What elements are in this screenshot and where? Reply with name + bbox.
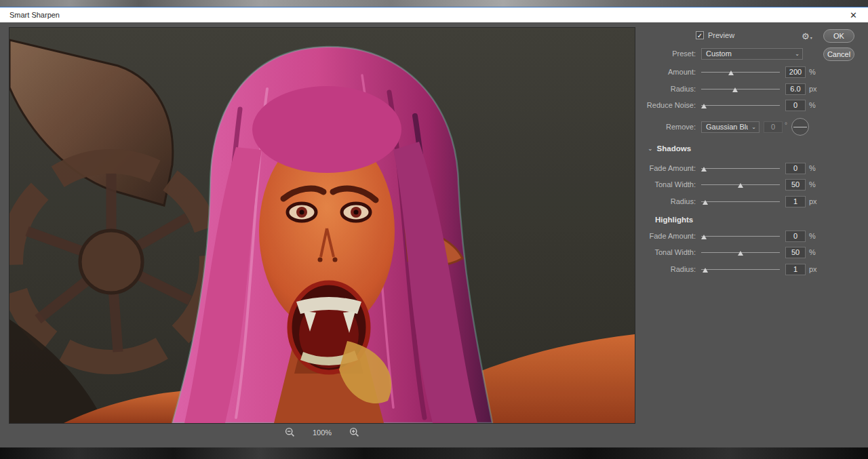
slider-thumb[interactable] (732, 87, 738, 92)
shadows-tonal-width-unit: % (809, 180, 816, 188)
preset-row: Preset: Custom ⌄ (644, 47, 803, 60)
slider-thumb[interactable] (701, 235, 707, 239)
shadows-fade-amount-row: Fade Amount: % (644, 162, 816, 174)
reduce-noise-slider[interactable] (701, 100, 780, 110)
radius-row: Radius: px (644, 83, 817, 95)
radius-unit: px (809, 85, 817, 93)
remove-dropdown[interactable]: Gaussian Blur ⌄ (701, 121, 760, 133)
shadows-tonal-width-slider[interactable] (701, 180, 780, 189)
radius-input[interactable] (785, 83, 806, 95)
zoom-level: 100% (313, 428, 332, 437)
highlights-radius-row: Radius: px (644, 263, 817, 275)
slider-thumb[interactable] (738, 251, 743, 256)
gear-glyph: ⚙ (802, 31, 810, 41)
shadows-radius-slider[interactable] (701, 197, 780, 206)
chevron-down-icon: ⌄ (751, 124, 756, 130)
amount-unit: % (809, 68, 816, 76)
preview-checkbox-label[interactable]: Preview (708, 31, 734, 39)
radius-slider[interactable] (701, 84, 780, 94)
angle-input[interactable] (764, 121, 783, 133)
dialog-title: Smart Sharpen (9, 11, 846, 19)
highlights-radius-slider[interactable] (701, 264, 780, 274)
zoom-out-icon[interactable] (285, 427, 295, 437)
highlights-title: Highlights (655, 216, 693, 224)
highlights-fade-amount-input[interactable] (785, 231, 806, 242)
slider-thumb[interactable] (738, 183, 743, 188)
slider-thumb[interactable] (703, 200, 708, 205)
preset-value: Custom (706, 49, 791, 58)
reduce-noise-row: Reduce Noise: % (644, 99, 816, 111)
shadows-tonal-width-row: Tonal Width: % (644, 178, 816, 191)
slider-thumb[interactable] (703, 268, 708, 273)
zoom-in-icon[interactable] (349, 427, 359, 437)
shadows-title: Shadows (657, 144, 691, 153)
slider-thumb[interactable] (728, 71, 734, 75)
reduce-noise-label: Reduce Noise: (644, 101, 696, 109)
dialog-body: 100% ✓ Preview ⚙ ▾ OK Cancel (0, 22, 868, 447)
highlights-fade-amount-label: Fade Amount: (644, 232, 696, 240)
highlights-radius-label: Radius: (644, 265, 696, 273)
shadows-fade-amount-input[interactable] (785, 163, 806, 174)
highlights-fade-amount-unit: % (809, 232, 816, 240)
reduce-noise-input[interactable] (785, 100, 806, 111)
shadows-header[interactable]: ⌄ Shadows (648, 144, 691, 153)
close-icon[interactable]: ✕ (846, 11, 861, 20)
cancel-button[interactable]: Cancel (823, 47, 854, 61)
highlights-tonal-width-label: Tonal Width: (644, 248, 696, 256)
preview-image[interactable] (9, 28, 635, 423)
highlights-tonal-width-input[interactable] (785, 247, 806, 258)
chevron-down-icon: ⌄ (795, 51, 800, 57)
highlights-tonal-width-row: Tonal Width: % (644, 246, 816, 258)
amount-slider[interactable] (701, 67, 780, 77)
preset-dropdown[interactable]: Custom ⌄ (701, 48, 803, 60)
radius-label: Radius: (644, 85, 696, 93)
preset-label: Preset: (644, 49, 696, 58)
slider-track (701, 236, 780, 237)
gear-icon[interactable]: ⚙ ▾ (802, 31, 812, 41)
chevron-down-icon[interactable]: ⌄ (648, 145, 653, 152)
shadows-fade-amount-label: Fade Amount: (644, 164, 696, 172)
slider-track (701, 201, 780, 202)
reduce-noise-unit: % (809, 101, 816, 109)
angle-dial[interactable] (791, 118, 809, 136)
gear-caret-icon: ▾ (810, 35, 812, 41)
settings-panel: ✓ Preview ⚙ ▾ OK Cancel Preset: Custom ⌄ (644, 22, 868, 447)
shadows-tonal-width-label: Tonal Width: (644, 180, 696, 188)
shadows-radius-row: Radius: px (644, 195, 817, 207)
amount-input[interactable] (785, 66, 806, 78)
ok-button[interactable]: OK (823, 29, 854, 43)
highlights-fade-amount-slider[interactable] (701, 231, 780, 241)
slider-thumb[interactable] (701, 104, 707, 108)
slider-track (701, 105, 780, 106)
highlights-fade-amount-row: Fade Amount: % (644, 230, 816, 242)
photoshop-screen: Smart Sharpen ✕ (0, 0, 868, 459)
amount-row: Amount: % (644, 66, 816, 78)
amount-label: Amount: (644, 68, 696, 76)
highlights-tonal-width-unit: % (809, 248, 816, 256)
preview-checkbox-row[interactable]: ✓ Preview (696, 31, 734, 39)
highlights-radius-input[interactable] (785, 264, 806, 275)
highlights-header[interactable]: Highlights (655, 216, 693, 224)
slider-track (701, 269, 780, 270)
dialog-titlebar[interactable]: Smart Sharpen ✕ (0, 7, 868, 22)
slider-track (701, 89, 780, 89)
preview-checkbox[interactable]: ✓ (696, 31, 704, 39)
shadows-radius-input[interactable] (785, 196, 806, 207)
remove-row: Remove: Gaussian Blur ⌄ ° (644, 117, 809, 137)
shadows-radius-label: Radius: (644, 197, 696, 205)
highlights-radius-unit: px (809, 265, 817, 273)
slider-track (701, 72, 780, 73)
background-canvas-bottom (0, 447, 868, 459)
shadows-tonal-width-input[interactable] (785, 179, 806, 191)
highlights-tonal-width-slider[interactable] (701, 247, 780, 257)
slider-track (701, 168, 780, 169)
degree-symbol: ° (785, 121, 787, 129)
slider-thumb[interactable] (701, 167, 707, 172)
remove-value: Gaussian Blur (706, 123, 748, 131)
shadows-fade-amount-slider[interactable] (701, 163, 780, 173)
shadows-fade-amount-unit: % (809, 164, 816, 172)
smart-sharpen-dialog: Smart Sharpen ✕ (0, 7, 868, 447)
zoom-controls: 100% (9, 427, 635, 437)
shadows-radius-unit: px (809, 197, 817, 205)
remove-label: Remove: (644, 123, 696, 131)
